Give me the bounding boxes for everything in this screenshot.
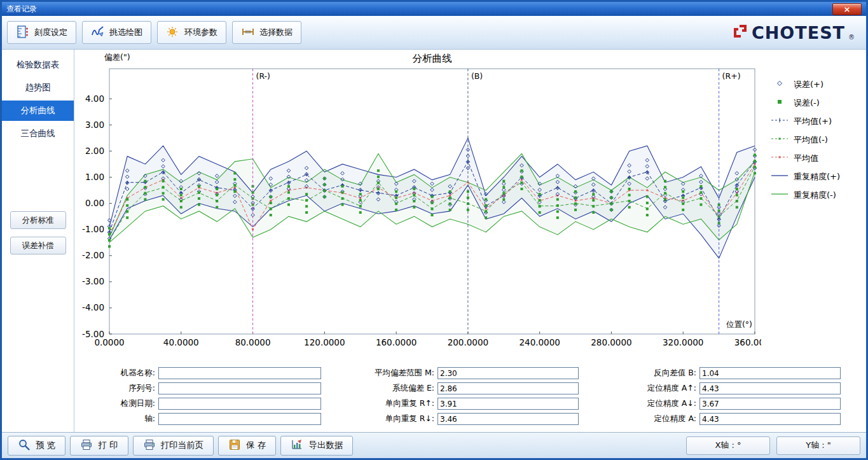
print-current-page-label: 打印当前页 <box>161 440 204 451</box>
mean-deviation-range-input[interactable] <box>437 367 579 379</box>
svg-text:160.0000: 160.0000 <box>376 337 417 347</box>
export-data-button[interactable]: 导出数据 <box>280 436 353 456</box>
svg-text:360.0000: 360.0000 <box>734 337 761 347</box>
svg-text:240.0000: 240.0000 <box>519 337 560 347</box>
printer-icon <box>143 438 156 453</box>
serial-number-input[interactable] <box>158 382 321 394</box>
save-icon <box>228 438 241 453</box>
axis-unit-buttons: X轴 : ° Y轴 : " <box>686 436 860 455</box>
reverse-difference-label: 反向差值 B: <box>625 368 699 379</box>
square-marker-icon <box>770 98 789 108</box>
svg-text:320.0000: 320.0000 <box>663 337 703 347</box>
registered-mark: ® <box>848 34 855 41</box>
diamond-marker-icon <box>770 80 789 89</box>
solid-green-line-icon <box>770 190 789 200</box>
y-axis-unit-button[interactable]: Y轴 : " <box>776 436 860 455</box>
accuracy-results-column: 反向差值 B: 定位精度 A↑: 定位精度 A↓: 定位精度 A: <box>625 367 841 428</box>
legend-item-mean-minus: 平均值(-) <box>770 130 866 149</box>
printer-icon <box>80 438 93 453</box>
machine-info-column: 机器名称: 序列号: 检测日期: 轴: <box>97 367 321 428</box>
svg-text:2.00: 2.00 <box>85 146 104 156</box>
inspection-date-label: 检测日期: <box>97 398 158 409</box>
scale-settings-button[interactable]: 刻度设定 <box>7 21 76 44</box>
svg-text:(R+): (R+) <box>722 71 741 81</box>
magnifier-icon <box>18 438 31 453</box>
select-data-button[interactable]: 选择数据 <box>232 21 301 44</box>
chotest-logo: CHOTEST ® <box>732 23 861 43</box>
svg-text:(R-): (R-) <box>256 71 270 81</box>
analysis-standard-button[interactable]: 分析标准 <box>10 211 66 229</box>
positioning-accuracy-down-input[interactable] <box>699 398 841 410</box>
select-data-icon <box>241 25 255 41</box>
svg-text:40.0000: 40.0000 <box>163 337 199 347</box>
svg-text:位置(°): 位置(°) <box>726 319 752 329</box>
legend-item-repeatability-minus: 重复精度(-) <box>770 186 866 204</box>
close-icon: × <box>844 4 851 14</box>
svg-text:80.0000: 80.0000 <box>235 337 271 347</box>
svg-text:0.0000: 0.0000 <box>94 337 124 347</box>
close-button[interactable]: × <box>832 3 862 15</box>
svg-text:-3.00: -3.00 <box>82 276 104 286</box>
app-window: 查看记录 × 刻度设定 挑选绘图 环境参数 选择数据 CHOTEST ® <box>0 0 868 460</box>
print-button[interactable]: 打 印 <box>70 436 128 456</box>
unidirectional-repeat-up-label: 单向重复 R↑: <box>359 398 437 409</box>
positioning-accuracy-input[interactable] <box>699 413 841 425</box>
x-axis-unit-button[interactable]: X轴 : ° <box>686 436 770 455</box>
analysis-chart: 分析曲线偏差(")位置(°)4.003.002.001.000.00-1.00-… <box>74 50 761 359</box>
positioning-accuracy-up-input[interactable] <box>699 382 841 394</box>
sidebar-tab-analysis-curve[interactable]: 分析曲线 <box>2 101 74 121</box>
inspection-date-input[interactable] <box>158 398 321 410</box>
chart-legend: 误差(+) 误差(-) 平均值(+) 平均值(-) <box>761 50 866 359</box>
system-deviation-input[interactable] <box>437 382 579 394</box>
print-label: 打 印 <box>98 440 118 451</box>
legend-item-mean: 平均值 <box>770 149 866 167</box>
pick-plot-label: 挑选绘图 <box>109 27 142 38</box>
sidebar-tab-inspection-data-table[interactable]: 检验数据表 <box>2 55 74 75</box>
pick-plot-icon <box>91 25 105 41</box>
system-deviation-label: 系统偏差 E: <box>359 383 437 394</box>
chotest-logo-text: CHOTEST <box>752 23 845 43</box>
bottom-toolbar: 预 览 打 印 打印当前页 保 存 导出数据 X轴 : ° Y轴 : " <box>2 432 866 458</box>
axis-input[interactable] <box>158 413 321 425</box>
save-button[interactable]: 保 存 <box>218 436 276 456</box>
svg-text:偏差("): 偏差(") <box>104 52 130 62</box>
svg-text:120.0000: 120.0000 <box>304 337 345 347</box>
export-icon <box>291 438 303 453</box>
sidebar-tab-trend-chart[interactable]: 趋势图 <box>2 78 74 98</box>
sidebar-tab-triple-curve[interactable]: 三合曲线 <box>2 123 74 144</box>
positioning-accuracy-down-label: 定位精度 A↓: <box>625 398 699 409</box>
sidebar: 检验数据表 趋势图 分析曲线 三合曲线 分析标准 误差补偿 <box>2 50 74 432</box>
svg-text:分析曲线: 分析曲线 <box>413 53 453 64</box>
error-compensation-button[interactable]: 误差补偿 <box>10 237 66 254</box>
svg-text:(B): (B) <box>471 71 483 81</box>
unidirectional-repeat-down-input[interactable] <box>437 413 579 425</box>
solid-blue-line-icon <box>770 172 789 181</box>
titlebar: 查看记录 × <box>2 2 866 16</box>
preview-button[interactable]: 预 览 <box>8 436 65 456</box>
environment-params-icon <box>166 25 180 41</box>
legend-item-error-minus: 误差(-) <box>770 94 866 112</box>
dashed-green-line-icon <box>770 135 789 144</box>
reverse-difference-input[interactable] <box>699 367 841 379</box>
machine-name-label: 机器名称: <box>97 368 158 379</box>
legend-item-mean-plus: 平均值(+) <box>770 112 866 130</box>
pick-plot-button[interactable]: 挑选绘图 <box>82 21 151 44</box>
svg-text:-4.00: -4.00 <box>82 302 104 312</box>
machine-name-input[interactable] <box>158 367 321 379</box>
environment-params-label: 环境参数 <box>184 27 217 38</box>
svg-text:3.00: 3.00 <box>85 120 104 130</box>
environment-params-button[interactable]: 环境参数 <box>157 21 226 44</box>
window-title: 查看记录 <box>6 4 37 15</box>
export-data-label: 导出数据 <box>308 440 343 451</box>
main-area: 检验数据表 趋势图 分析曲线 三合曲线 分析标准 误差补偿 分析曲线偏差(")位… <box>2 50 866 432</box>
unidirectional-repeat-up-input[interactable] <box>437 398 579 410</box>
print-current-page-button[interactable]: 打印当前页 <box>133 436 214 456</box>
sidebar-button-group: 分析标准 误差补偿 <box>2 211 74 254</box>
deviation-results-column: 平均偏差范围 M: 系统偏差 E: 单向重复 R↑: 单向重复 R↓: <box>359 367 579 428</box>
svg-text:0.00: 0.00 <box>85 198 104 208</box>
chotest-logo-icon <box>732 23 748 42</box>
select-data-label: 选择数据 <box>259 27 293 38</box>
chart-section: 分析曲线偏差(")位置(°)4.003.002.001.000.00-1.00-… <box>74 50 866 359</box>
preview-label: 预 览 <box>36 440 55 451</box>
scale-settings-label: 刻度设定 <box>34 27 67 38</box>
